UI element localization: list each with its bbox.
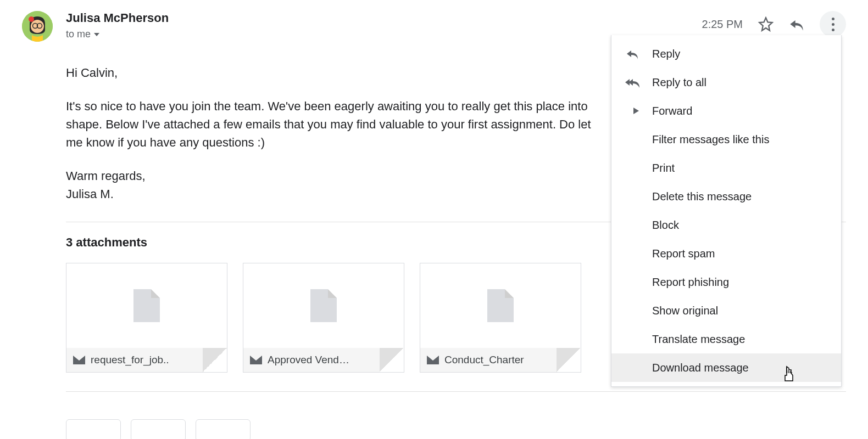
attachment-card[interactable]: request_for_job.. xyxy=(66,263,227,373)
menu-label: Block xyxy=(652,219,679,232)
divider xyxy=(66,391,846,392)
file-icon xyxy=(133,289,160,322)
menu-item-forward[interactable]: Forward xyxy=(611,97,841,125)
menu-label: Show original xyxy=(652,305,718,317)
header-actions: 2:25 PM xyxy=(702,11,846,37)
reply-icon xyxy=(625,48,640,59)
attachment-preview xyxy=(66,263,227,348)
menu-label: Translate message xyxy=(652,333,745,346)
mail-icon xyxy=(427,356,439,364)
menu-label: Delete this message xyxy=(652,190,752,203)
attachment-preview xyxy=(243,263,404,348)
menu-item-download-message[interactable]: Download message xyxy=(611,353,841,382)
file-icon xyxy=(487,289,514,322)
attachment-footer: request_for_job.. xyxy=(66,348,227,372)
sender-block: Julisa McPherson to me xyxy=(66,11,702,40)
menu-item-report-phishing[interactable]: Report phishing xyxy=(611,268,841,296)
star-button[interactable] xyxy=(758,16,774,32)
reply-all-icon xyxy=(625,77,640,88)
menu-item-translate[interactable]: Translate message xyxy=(611,325,841,353)
forward-icon xyxy=(625,106,640,116)
menu-item-filter[interactable]: Filter messages like this xyxy=(611,125,841,154)
attachment-footer: Conduct_Charter xyxy=(420,348,581,372)
dog-ear-icon xyxy=(557,348,581,372)
menu-label: Filter messages like this xyxy=(652,133,769,146)
recipient-dropdown[interactable]: to me xyxy=(66,29,702,40)
menu-item-report-spam[interactable]: Report spam xyxy=(611,239,841,268)
attachment-label: Conduct_Charter xyxy=(444,354,524,366)
menu-label: Report phishing xyxy=(652,276,729,289)
mail-icon xyxy=(73,356,85,364)
timestamp: 2:25 PM xyxy=(702,18,743,31)
menu-item-print[interactable]: Print xyxy=(611,154,841,182)
more-actions-menu: Reply Reply to all Forward Filter messag… xyxy=(611,35,842,387)
file-icon xyxy=(310,289,337,322)
attachment-card[interactable]: Approved Vend… xyxy=(243,263,404,373)
sender-name: Julisa McPherson xyxy=(66,11,702,25)
mail-icon xyxy=(250,356,262,364)
avatar[interactable] xyxy=(22,11,53,42)
svg-point-4 xyxy=(29,16,34,22)
attachment-preview xyxy=(420,263,581,348)
suggested-reply-button[interactable] xyxy=(66,419,121,439)
suggested-reply-button[interactable] xyxy=(131,419,186,439)
recipient-text: to me xyxy=(66,29,91,40)
menu-label: Print xyxy=(652,162,675,175)
dog-ear-icon xyxy=(203,348,227,372)
cursor-pointer-icon xyxy=(781,365,797,385)
caret-down-icon xyxy=(94,33,99,36)
menu-label: Report spam xyxy=(652,247,715,260)
body-closing: Warm regards, Julisa M. xyxy=(66,167,593,203)
more-actions-button[interactable] xyxy=(820,11,846,37)
menu-item-show-original[interactable]: Show original xyxy=(611,296,841,325)
attachment-card[interactable]: Conduct_Charter xyxy=(420,263,581,373)
menu-label: Reply to all xyxy=(652,76,706,89)
reply-button-row xyxy=(66,419,846,439)
menu-label: Forward xyxy=(652,105,692,117)
email-body: Hi Calvin, It's so nice to have you join… xyxy=(66,64,593,203)
attachment-label: request_for_job.. xyxy=(91,354,169,366)
menu-item-reply-all[interactable]: Reply to all xyxy=(611,68,841,97)
menu-label: Download message xyxy=(652,362,749,374)
suggested-reply-button[interactable] xyxy=(196,419,251,439)
attachment-footer: Approved Vend… xyxy=(243,348,404,372)
menu-item-reply[interactable]: Reply xyxy=(611,40,841,68)
dog-ear-icon xyxy=(380,348,404,372)
menu-item-block[interactable]: Block xyxy=(611,211,841,239)
menu-item-delete[interactable]: Delete this message xyxy=(611,182,841,211)
attachment-label: Approved Vend… xyxy=(268,354,349,366)
body-paragraph: It's so nice to have you join the team. … xyxy=(66,97,593,151)
reply-button[interactable] xyxy=(789,18,804,31)
menu-label: Reply xyxy=(652,48,680,60)
body-greeting: Hi Calvin, xyxy=(66,64,593,82)
